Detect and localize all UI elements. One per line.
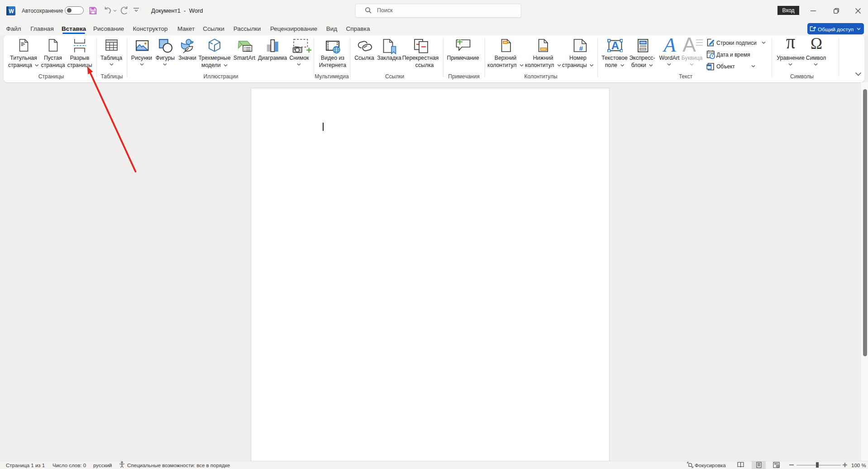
svg-text:#: # bbox=[579, 44, 583, 52]
svg-text:W: W bbox=[9, 8, 14, 14]
svg-text:A: A bbox=[611, 39, 619, 52]
